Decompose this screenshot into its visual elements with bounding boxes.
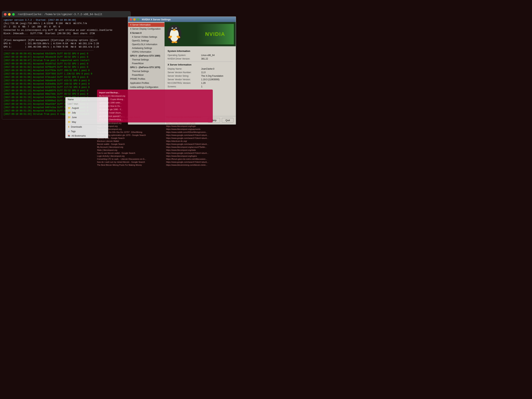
bm-july[interactable]: 📁 July — [65, 110, 108, 115]
history-item-2[interactable]: cgminer gtx 1080 settin... — [97, 101, 213, 104]
terminal-maximize-button[interactable] — [12, 13, 15, 16]
history-item-1[interactable]: GTX 1080 - Crypto Mining... — [97, 98, 213, 101]
history-item-4[interactable]: (4) cgminer gtx 1080 - Y... — [97, 108, 213, 111]
driver-row: NVIDIA Driver Version: 381.22 — [168, 57, 233, 60]
nvidia-close-button[interactable] — [130, 18, 132, 21]
bm-all-bookmarks[interactable]: 📚 All Bookmarks — [65, 134, 108, 138]
nv-control-row: NV-CONTROL Version: 1.29 — [168, 82, 233, 84]
bm-section-recent: Last 7 days — [65, 102, 108, 106]
bm-july-label: July — [72, 111, 76, 114]
nvidia-sidebar-item-opengl-glx-info[interactable]: OpenGL/GLX Information — [128, 43, 165, 46]
bottom-history-url-6: https://www.google.com/search?client=ubu… — [166, 134, 278, 136]
nvidia-sidebar-item-gpu0-powermizer[interactable]: PowerMizer — [128, 62, 165, 65]
bottom-history-row-7: cgminer linux - Google Searchhttps://www… — [97, 137, 358, 139]
terminal-line-16: [2017-09-10 09:51:06] Accepted 353f7893 … — [4, 72, 129, 76]
browser-history-panel: Import and Backup...My Account | litecoi… — [97, 89, 213, 122]
screens-label: Screens: — [168, 85, 201, 88]
bottom-history-url-7: https://www.google.com/search?client=ubu… — [166, 137, 278, 139]
bm-august[interactable]: 📁 August — [65, 106, 108, 110]
bottom-history-title-9[interactable]: litecoin wallet - Google Search — [97, 143, 166, 145]
bottom-history-url-13: https://www.litecoinpool.org/logins — [166, 155, 278, 157]
history-item-3[interactable]: (4) Ultimate How to Ov... — [97, 104, 213, 108]
terminal-minimize-button[interactable] — [8, 13, 11, 16]
bottom-history-title-13[interactable]: Login Activity | litecoinpool.org — [97, 155, 166, 157]
server-vendor-value: The X.Org Foundation — [201, 75, 223, 77]
screens-value: 1 — [201, 85, 203, 88]
terminal-line-10: [2017-09-10 09:50:43] Accepted 03c53bfe … — [4, 52, 129, 55]
nvidia-sidebar-item-x-server-display[interactable]: X Server Display Configuration — [128, 27, 165, 31]
bm-august-label: August — [72, 107, 79, 109]
bottom-history-url-4: https://www.litecoinpool.org/payments — [166, 128, 278, 130]
divider — [168, 62, 233, 62]
nvidia-logo-area: NVIDIA — [165, 22, 236, 46]
nvidia-sidebar-item-antialiasing[interactable]: Antialiasing Settings — [128, 46, 165, 50]
bottom-history-title-16[interactable]: The Best Bitcoin Mining Pools For Making… — [97, 164, 166, 166]
driver-label: NVIDIA Driver Version: — [168, 57, 201, 60]
tags-icon: 🏷 — [68, 130, 70, 133]
nvidia-sidebar-item-prime-profiles[interactable]: PRIME Profiles — [128, 77, 165, 81]
svg-point-12 — [174, 41, 177, 43]
bottom-history-row-6: cgminer config optimization gtx 1070 - G… — [97, 134, 358, 137]
svg-point-7 — [176, 28, 177, 29]
nvidia-sidebar-item-x-screen-0[interactable]: X Screen 0 — [128, 31, 165, 35]
system-info-title: System Information — [168, 50, 233, 52]
bm-june[interactable]: 📁 June — [65, 115, 108, 120]
nvidia-sidebar-item-x-video-settings[interactable]: X Server XVideo Settings — [128, 35, 165, 39]
nvidia-sidebar-item-gpu0-section[interactable]: GPU 0 - (GeForce GTX 1080) — [128, 54, 165, 58]
bottom-history-row-9: litecoin wallet - Google Searchhttps://w… — [97, 143, 358, 146]
terminal-line-17: [2017-09-10 09:51:06] Accepted 07dceab2 … — [4, 76, 129, 79]
terminal-line-11: [2017-09-10 09:50:47] Accepted 06cebe39 … — [4, 55, 129, 59]
bottom-history-row-3: Login | litecoinpool.orghttps://www.lite… — [97, 125, 358, 128]
bm-downloads[interactable]: ⬇ Downloads — [65, 125, 108, 129]
terminal-titlebar: root@JoanClarke: /home/erik/cgminer-3.7.… — [2, 11, 130, 17]
nvidia-sidebar-item-gpu1-powermizer[interactable]: PowerMizer — [128, 73, 165, 77]
bottom-history-row-11: Stats | litecoinpool.orghttps://www.lite… — [97, 149, 358, 152]
nvidia-sidebar-item-gpu0-thermal[interactable]: Thermal Settings — [128, 58, 165, 62]
bottom-history-title-15[interactable]: how do i cash out my mined litecoin - Go… — [97, 161, 166, 163]
bm-tags[interactable]: 🏷 Tags — [65, 129, 108, 134]
history-item-5[interactable]: (4) How to Install Ubunt... — [97, 111, 213, 114]
folder-icon-3: 📁 — [68, 116, 71, 119]
svg-point-8 — [173, 29, 176, 31]
bottom-history-url-11: https://www.litecoinpool.org/stats — [166, 149, 278, 151]
nvidia-sidebar-item-opengl-settings[interactable]: OpenGL Settings — [128, 39, 165, 43]
bm-june-label: June — [72, 116, 77, 119]
history-item-0[interactable]: My Account | litecoinpool.org — [97, 94, 213, 98]
terminal-line-12: [2017-09-10 09:50:47] Stratum from pool … — [4, 59, 129, 62]
terminal-line-15: [2017-09-10 09:51:06] Accepted 0147f03e … — [4, 69, 129, 72]
nvidia-minimize-button[interactable] — [133, 18, 136, 21]
driver-value: 381.22 — [201, 57, 208, 60]
bottom-history-title-8[interactable]: Electrum Litecoin Wallet — [97, 140, 166, 142]
terminal-line-3: Connected to us.litecoinpool.org diff 32… — [4, 29, 129, 32]
import-backup-item[interactable]: Import and Backup... — [97, 91, 213, 94]
downloads-icon: ⬇ — [68, 125, 70, 128]
bm-tags-label: Tags — [71, 130, 76, 133]
bottom-history-url-10: https://www.litecoinpool.org/account?Set… — [166, 146, 278, 148]
terminal-line-14: [2017-09-10 09:51:02] Accepted 02f8bdf5 … — [4, 65, 129, 69]
nvidia-sidebar-item-gpu1-section[interactable]: GPU 1 - (GeForce GTX 1070) — [128, 65, 165, 70]
os-row: Operating System: Linux-x86_64 — [168, 54, 233, 57]
folder-icon-4: 📁 — [68, 120, 71, 123]
nvidia-sidebar-item-gpu1-thermal[interactable]: Thermal Settings — [128, 70, 165, 73]
bottom-history-panel: default memory clock gtx 1070 - Google S… — [97, 116, 358, 166]
folder-icon: 📁 — [68, 107, 71, 109]
nvidia-sidebar-item-nvidia-settings-config[interactable]: nvidia-settings Configuration — [128, 85, 165, 89]
history-item-6[interactable]: gtx 1070 clock speeds?... — [97, 114, 213, 118]
bottom-history-url-5: https://www.reddit.com/r/EtherMining/com… — [166, 131, 278, 133]
nvidia-sidebar-item-app-profiles[interactable]: Application Profiles — [128, 81, 165, 85]
nvidia-sidebar-item-x-server-info[interactable]: X Server Information — [128, 23, 165, 27]
nvidia-maximize-button[interactable] — [137, 18, 139, 21]
nvidia-sidebar-item-vdpau-info[interactable]: VDPAU Information — [128, 50, 165, 54]
bm-may[interactable]: 📁 May — [65, 120, 108, 124]
bottom-history-url-9: https://www.google.com/search?client=ubu… — [166, 143, 278, 145]
server-version-value: 11.0 — [201, 71, 205, 74]
bottom-history-title-10[interactable]: My Account | litecoinpool.org — [97, 146, 166, 148]
terminal-line-9: ----------------------------------------… — [4, 49, 129, 52]
bottom-history-title-11[interactable]: Stats | litecoinpool.org — [97, 149, 166, 151]
history-item-7[interactable]: GTX 1070 Overclocking... — [97, 118, 213, 121]
terminal-line-5: ----------------------------------------… — [4, 35, 129, 39]
bottom-history-title-12[interactable]: how to use litecoin wallet - Google Sear… — [97, 152, 166, 154]
terminal-close-button[interactable] — [4, 13, 6, 16]
server-version-row: Server Version Number: 11.0 — [168, 71, 233, 74]
bottom-history-title-14[interactable]: Converting LTC to cash. - Litecoin Discu… — [97, 158, 166, 160]
